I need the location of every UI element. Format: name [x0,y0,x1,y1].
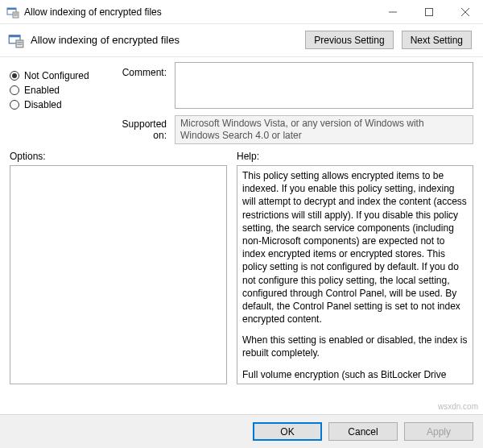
policy-icon [8,32,24,48]
supported-on-box: Microsoft Windows Vista, or any version … [175,115,473,144]
radio-disabled[interactable]: Disabled [10,99,98,110]
svg-rect-10 [9,35,20,37]
help-paragraph: This policy setting allows encrypted ite… [242,169,468,326]
radio-label: Not Configured [24,70,89,81]
close-button[interactable] [447,0,483,23]
help-paragraph: When this setting is enabled or disabled… [242,334,468,359]
minimize-button[interactable] [374,0,411,23]
options-label: Options: [10,151,227,162]
header-row: Allow indexing of encrypted files Previo… [0,24,483,54]
previous-setting-button[interactable]: Previous Setting [305,31,393,49]
radio-icon [10,71,19,81]
footer: OK Cancel Apply [0,414,483,448]
fields-column: Microsoft Windows Vista, or any version … [175,62,473,144]
separator [0,56,483,57]
help-panel: This policy setting allows encrypted ite… [237,165,473,384]
apply-button[interactable]: Apply [404,422,473,441]
next-setting-button[interactable]: Next Setting [402,31,472,49]
watermark: wsxdn.com [438,402,478,411]
radio-label: Enabled [24,85,60,96]
radio-icon [10,100,19,110]
help-label: Help: [237,151,259,162]
radio-enabled[interactable]: Enabled [10,85,98,96]
titlebar: Allow indexing of encrypted files [0,0,483,24]
config-area: Not Configured Enabled Disabled Comment:… [0,62,483,144]
titlebar-title: Allow indexing of encrypted files [24,6,374,18]
panels-header: Options: Help: [0,144,483,164]
labels-column: Comment: Supported on: [106,62,167,144]
policy-icon [6,6,19,19]
supported-on-label: Supported on: [106,118,167,141]
window-buttons [374,0,483,23]
radio-label: Disabled [24,99,62,110]
options-panel [10,165,227,384]
panels: This policy setting allows encrypted ite… [0,164,483,384]
radio-not-configured[interactable]: Not Configured [10,70,98,81]
svg-rect-1 [7,8,16,10]
radio-icon [10,85,19,95]
ok-button[interactable]: OK [253,422,322,441]
comment-label: Comment: [106,67,167,118]
comment-textarea[interactable] [175,62,473,109]
svg-rect-6 [425,8,432,15]
maximize-button[interactable] [411,0,447,23]
cancel-button[interactable]: Cancel [328,422,398,441]
policy-title: Allow indexing of encrypted files [31,34,299,46]
state-column: Not Configured Enabled Disabled [10,62,98,144]
help-paragraph: Full volume encryption (such as BitLocke… [242,368,468,384]
